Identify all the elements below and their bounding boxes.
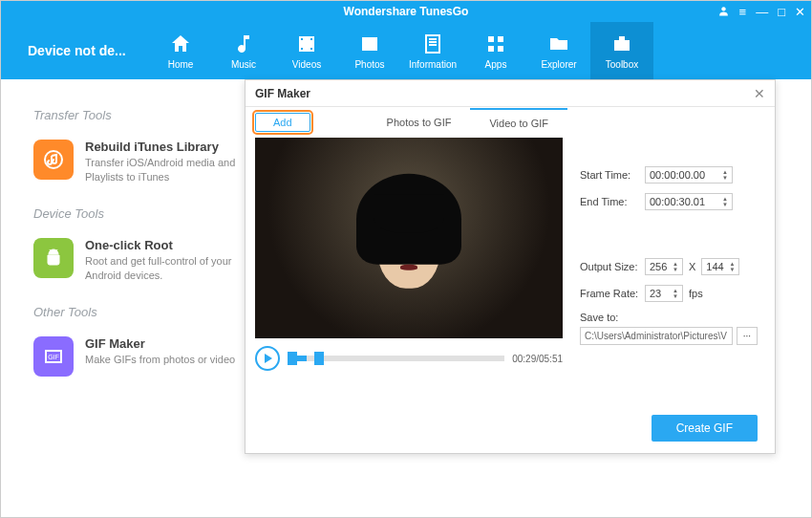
output-size-label: Output Size: bbox=[580, 261, 639, 272]
tab-photos-to-gif[interactable]: Photos to GIF bbox=[368, 109, 471, 136]
create-gif-button[interactable]: Create GIF bbox=[652, 415, 758, 442]
topbar: Device not de... Home Music Videos Photo… bbox=[1, 22, 811, 79]
dialog-header: GIF Maker ✕ bbox=[246, 80, 775, 107]
gif-icon: GIF bbox=[33, 336, 74, 377]
window-controls: ≡ — □ ✕ bbox=[717, 1, 805, 22]
gif-maker-dialog: GIF Maker ✕ Add Photos to GIF Video to G… bbox=[245, 79, 776, 454]
nav-explorer[interactable]: Explorer bbox=[527, 22, 590, 79]
spinner-icon[interactable]: ▲▼ bbox=[722, 169, 728, 181]
start-time-label: Start Time: bbox=[580, 169, 639, 181]
browse-button[interactable]: ··· bbox=[737, 327, 758, 345]
nav-home[interactable]: Home bbox=[149, 22, 212, 79]
svg-rect-3 bbox=[488, 46, 494, 52]
tab-video-to-gif[interactable]: Video to GIF bbox=[470, 108, 567, 137]
properties-panel: Start Time: 00:00:00.00▲▼ End Time: 00:0… bbox=[563, 138, 765, 371]
nav-videos[interactable]: Videos bbox=[275, 22, 338, 79]
dialog-close-icon[interactable]: ✕ bbox=[754, 86, 765, 101]
start-time-input[interactable]: 00:00:00.00▲▼ bbox=[645, 166, 733, 183]
svg-rect-4 bbox=[498, 46, 503, 52]
minimize-icon[interactable]: — bbox=[756, 6, 768, 18]
tool-rebuild-itunes[interactable]: Rebuild iTunes LibraryTransfer iOS/Andro… bbox=[33, 132, 245, 193]
playback-time: 00:29/05:51 bbox=[512, 354, 563, 364]
close-icon[interactable]: ✕ bbox=[795, 6, 805, 18]
spinner-icon[interactable]: ▲▼ bbox=[722, 196, 728, 207]
svg-rect-2 bbox=[498, 36, 503, 42]
section-device: Device Tools bbox=[33, 206, 245, 221]
section-other: Other Tools bbox=[33, 305, 245, 319]
section-transfer: Transfer Tools bbox=[33, 108, 245, 122]
output-width-input[interactable]: 256▲▼ bbox=[645, 258, 683, 275]
nav-bar: Home Music Videos Photos Information App… bbox=[149, 22, 653, 79]
titlebar: Wondershare TunesGo ≡ — □ ✕ bbox=[1, 1, 811, 22]
nav-toolbox[interactable]: Toolbox bbox=[590, 22, 653, 79]
svg-point-0 bbox=[721, 7, 725, 11]
tool-gif-maker[interactable]: GIF GIF MakerMake GIFs from photos or vi… bbox=[33, 329, 245, 384]
svg-rect-1 bbox=[488, 36, 494, 42]
video-preview[interactable] bbox=[255, 138, 563, 338]
app-title: Wondershare TunesGo bbox=[344, 5, 469, 18]
tool-oneclick-root[interactable]: One-click RootRoot and get full-control … bbox=[33, 230, 245, 291]
trim-slider[interactable] bbox=[288, 356, 504, 361]
android-icon bbox=[33, 238, 74, 278]
play-button[interactable] bbox=[255, 346, 280, 371]
output-height-input[interactable]: 144▲▼ bbox=[701, 258, 739, 275]
nav-photos[interactable]: Photos bbox=[338, 22, 401, 79]
itunes-icon bbox=[33, 140, 74, 180]
video-panel: 00:29/05:51 bbox=[255, 138, 563, 371]
end-time-input[interactable]: 00:00:30.01▲▼ bbox=[645, 193, 733, 210]
end-time-label: End Time: bbox=[580, 196, 639, 207]
dialog-title: GIF Maker bbox=[255, 87, 310, 100]
frame-rate-input[interactable]: 23▲▼ bbox=[645, 285, 683, 302]
device-status: Device not de... bbox=[1, 43, 149, 58]
maximize-icon[interactable]: □ bbox=[778, 6, 785, 18]
user-icon[interactable] bbox=[717, 5, 730, 19]
nav-information[interactable]: Information bbox=[401, 22, 464, 79]
save-to-label: Save to: bbox=[580, 312, 758, 323]
add-button[interactable]: Add bbox=[255, 113, 310, 132]
dialog-tabs: Add Photos to GIF Video to GIF bbox=[246, 107, 775, 138]
save-path-field[interactable]: C:\Users\Administrator\Pictures\V bbox=[580, 327, 733, 345]
menu-icon[interactable]: ≡ bbox=[739, 6, 747, 18]
playback-controls: 00:29/05:51 bbox=[255, 346, 563, 371]
frame-rate-label: Frame Rate: bbox=[580, 288, 639, 299]
nav-music[interactable]: Music bbox=[212, 22, 275, 79]
nav-apps[interactable]: Apps bbox=[464, 22, 527, 79]
sidebar: Transfer Tools Rebuild iTunes LibraryTra… bbox=[1, 79, 245, 518]
svg-text:GIF: GIF bbox=[48, 354, 59, 360]
